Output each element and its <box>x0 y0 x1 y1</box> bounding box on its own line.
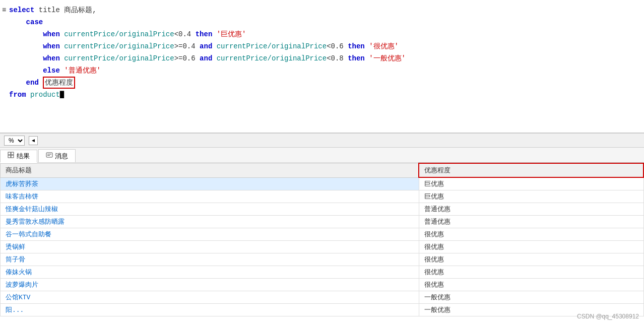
code-token: when <box>9 28 64 40</box>
table-row: 波萝爆肉片很优惠 <box>1 279 644 291</box>
product-name-cell: 怪爽金针菇山辣椒 <box>1 203 419 216</box>
product-name-cell: 曼秀雷敦水感防晒露 <box>1 216 419 228</box>
product-name-cell: 公馆KTV <box>1 291 419 304</box>
code-token: select <box>9 4 34 16</box>
discount-cell: 很优惠 <box>419 266 643 279</box>
code-token: 商品标题, <box>64 4 96 16</box>
svg-rect-4 <box>46 153 52 157</box>
discount-cell: 普通优惠 <box>419 216 643 228</box>
product-name-cell: 虎标苦荞茶 <box>1 177 419 190</box>
table-row: 怪爽金针菇山辣椒普通优惠 <box>1 203 644 216</box>
discount-cell: 很优惠 <box>419 241 643 253</box>
tab-label-0: 结果 <box>17 152 30 161</box>
code-token: <0.6 <box>327 40 348 52</box>
code-token: █ <box>60 89 64 101</box>
product-name-cell: 烫锅鲜 <box>1 241 419 253</box>
col-header-0: 商品标题 <box>1 163 419 177</box>
code-line-7: from product█ <box>0 89 644 101</box>
product-name-cell: 傣妹火锅 <box>1 266 419 279</box>
table-header: 商品标题优惠程度 <box>1 163 644 177</box>
table-row: 阳...一般优惠 <box>1 304 644 316</box>
discount-cell: 巨优惠 <box>419 190 643 203</box>
code-token: when <box>9 40 64 52</box>
results-area[interactable]: 商品标题优惠程度 虎标苦荞茶巨优惠味客吉柿饼巨优惠怪爽金针菇山辣椒普通优惠曼秀雷… <box>0 163 644 325</box>
code-token: '普通优惠' <box>64 64 101 77</box>
code-token: <0.4 <box>174 28 196 40</box>
table-icon <box>8 152 15 161</box>
discount-cell: 巨优惠 <box>419 177 643 190</box>
code-token: when <box>9 52 64 64</box>
code-token: '一般优惠' <box>365 52 406 64</box>
code-token: title <box>34 4 64 16</box>
code-token: '很优惠' <box>365 40 399 52</box>
code-token: and <box>200 52 212 64</box>
table-row: 烫锅鲜很优惠 <box>1 241 644 253</box>
discount-cell: 普通优惠 <box>419 203 643 216</box>
code-line-1: case <box>0 16 644 28</box>
table-row: 虎标苦荞茶巨优惠 <box>1 177 644 190</box>
results-table: 商品标题优惠程度 虎标苦荞茶巨优惠味客吉柿饼巨优惠怪爽金针菇山辣椒普通优惠曼秀雷… <box>0 163 644 316</box>
product-name-cell: 味客吉柿饼 <box>1 190 419 203</box>
tab-label-1: 消息 <box>55 152 68 161</box>
discount-cell: 很优惠 <box>419 228 643 241</box>
tab-结果[interactable]: 结果 <box>0 150 37 163</box>
tabs-bar: 结果 消息 <box>0 148 644 163</box>
code-token: then <box>348 40 365 52</box>
toolbar-strip: % ◄ <box>0 134 644 148</box>
alias-highlight-box: 优惠程度 <box>43 77 75 89</box>
svg-rect-2 <box>8 155 11 158</box>
code-line-0: ≡select title 商品标题, <box>0 4 644 16</box>
code-line-2: when currentPrice/originalPrice<0.4 then… <box>0 28 644 40</box>
table-row: 味客吉柿饼巨优惠 <box>1 190 644 203</box>
product-name-cell: 谷一韩式自助餐 <box>1 228 419 241</box>
code-token: >=0.6 <box>174 52 200 64</box>
line-marker-0: ≡ <box>2 4 9 16</box>
table-body: 虎标苦荞茶巨优惠味客吉柿饼巨优惠怪爽金针菇山辣椒普通优惠曼秀雷敦水感防晒露普通优… <box>1 177 644 316</box>
code-line-3: when currentPrice/originalPrice>=0.4 and… <box>0 40 644 52</box>
code-token: '巨优惠' <box>212 28 246 40</box>
code-editor[interactable]: ≡select title 商品标题, case when currentPri… <box>0 0 644 134</box>
code-token: product <box>30 89 60 101</box>
table-row: 公馆KTV一般优惠 <box>1 291 644 304</box>
code-token: currentPrice/originalPrice <box>212 52 327 64</box>
tab-消息[interactable]: 消息 <box>38 149 76 162</box>
message-icon <box>46 152 53 161</box>
code-token: currentPrice/originalPrice <box>64 52 174 64</box>
code-token: case <box>9 16 43 28</box>
discount-cell: 很优惠 <box>419 253 643 266</box>
discount-cell: 很优惠 <box>419 279 643 291</box>
code-token: <0.8 <box>327 52 348 64</box>
svg-rect-1 <box>11 152 14 155</box>
code-line-5: else '普通优惠' <box>0 64 644 77</box>
product-name-cell: 波萝爆肉片 <box>1 279 419 291</box>
code-line-6: end 优惠程度 <box>0 77 644 89</box>
code-token: currentPrice/originalPrice <box>64 40 174 52</box>
code-token: then <box>196 28 213 40</box>
table-row: 筒子骨很优惠 <box>1 253 644 266</box>
table-row: 傣妹火锅很优惠 <box>1 266 644 279</box>
watermark: CSDN @qq_45308912 <box>577 313 639 320</box>
table-row: 曼秀雷敦水感防晒露普通优惠 <box>1 216 644 228</box>
code-token: >=0.4 <box>174 40 200 52</box>
product-name-cell: 阳... <box>1 304 419 316</box>
nav-left-button[interactable]: ◄ <box>29 136 38 145</box>
code-token: from <box>9 89 30 101</box>
code-token: end <box>9 77 43 89</box>
col-header-1: 优惠程度 <box>419 163 643 177</box>
table-row: 谷一韩式自助餐很优惠 <box>1 228 644 241</box>
product-name-cell: 筒子骨 <box>1 253 419 266</box>
code-token: and <box>200 40 212 52</box>
code-token: then <box>348 52 365 64</box>
code-token: currentPrice/originalPrice <box>212 40 327 52</box>
code-content: ≡select title 商品标题, case when currentPri… <box>0 0 644 105</box>
code-token: currentPrice/originalPrice <box>64 28 174 40</box>
svg-rect-0 <box>8 152 11 155</box>
zoom-select[interactable]: % <box>4 136 25 146</box>
code-line-4: when currentPrice/originalPrice>=0.6 and… <box>0 52 644 64</box>
svg-rect-3 <box>11 155 14 158</box>
discount-cell: 一般优惠 <box>419 291 643 304</box>
code-token: else <box>9 64 64 77</box>
